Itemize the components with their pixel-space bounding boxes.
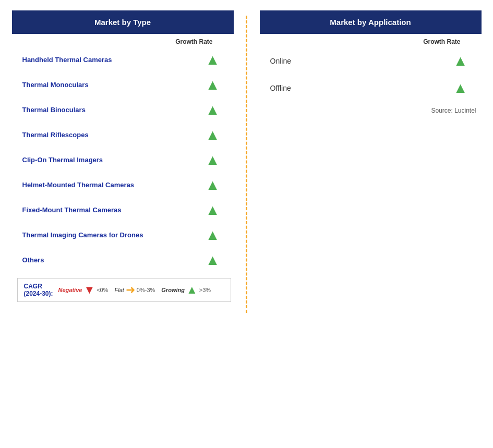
left-panel-title: Market by Type	[94, 18, 151, 27]
up-arrow-icon: ▲	[206, 253, 220, 268]
item-label: Handheld Thermal Cameras	[22, 55, 202, 65]
right-panel-title: Market by Application	[330, 18, 411, 27]
item-label: Helmet-Mounted Thermal Cameras	[22, 180, 202, 190]
list-item: Others ▲	[17, 248, 229, 273]
main-container: Market by Type Growth Rate Handheld Ther…	[12, 10, 482, 313]
item-label: Clip-On Thermal Imagers	[22, 155, 202, 165]
left-panel: Market by Type Growth Rate Handheld Ther…	[12, 10, 234, 307]
up-arrow-icon: ▲	[206, 153, 220, 167]
list-item: Thermal Binoculars ▲	[17, 98, 229, 123]
list-item: Handheld Thermal Cameras ▲	[17, 47, 229, 72]
item-label: Thermal Monoculars	[22, 80, 202, 90]
cagr-label: CAGR(2024-30):	[24, 283, 53, 297]
source-text: Source: Lucintel	[260, 102, 482, 114]
flat-range: 0%-3%	[137, 287, 155, 293]
up-arrow-icon: ▲	[186, 284, 198, 296]
list-item: Thermal Riflescopes ▲	[17, 123, 229, 148]
left-panel-header: Market by Type	[12, 10, 234, 34]
right-growth-rate-label: Growth Rate	[260, 34, 482, 47]
item-label: Online	[270, 57, 450, 65]
list-item: Online ▲	[265, 47, 476, 75]
list-item: Thermal Imaging Cameras for Drones ▲	[17, 223, 229, 248]
arrow-cell: ▲	[450, 81, 471, 95]
arrow-cell: ▲	[450, 54, 471, 68]
arrow-cell: ▲	[202, 153, 223, 167]
right-panel-header: Market by Application	[260, 10, 482, 34]
arrow-cell: ▲	[202, 53, 223, 67]
arrow-cell: ▲	[202, 203, 223, 217]
divider	[234, 10, 260, 313]
up-arrow-icon: ▲	[206, 78, 220, 92]
arrow-cell: ▲	[202, 178, 223, 192]
up-arrow-icon: ▲	[206, 178, 220, 192]
up-arrow-icon: ▲	[453, 54, 468, 68]
negative-label: Negative	[58, 287, 82, 293]
up-arrow-icon: ▲	[206, 228, 220, 243]
right-panel: Market by Application Growth Rate Online…	[260, 10, 482, 114]
growing-label: Growing	[161, 287, 185, 293]
list-item: Clip-On Thermal Imagers ▲	[17, 148, 229, 173]
item-label: Offline	[270, 84, 450, 92]
item-label: Thermal Imaging Cameras for Drones	[22, 231, 202, 240]
flat-label: Flat	[115, 287, 124, 293]
list-item: Thermal Monoculars ▲	[17, 72, 229, 98]
up-arrow-icon: ▲	[453, 81, 468, 95]
list-item: Helmet-Mounted Thermal Cameras ▲	[17, 173, 229, 198]
list-item: Offline ▲	[265, 75, 476, 102]
up-arrow-icon: ▲	[206, 103, 220, 117]
up-arrow-icon: ▲	[206, 53, 220, 67]
down-arrow-icon: ▼	[83, 284, 95, 296]
item-label: Thermal Binoculars	[22, 105, 202, 115]
flat-arrow-icon: ➜	[126, 284, 135, 296]
arrow-cell: ▲	[202, 78, 223, 92]
item-label: Thermal Riflescopes	[22, 130, 202, 140]
arrow-cell: ▲	[202, 228, 223, 243]
arrow-cell: ▲	[202, 253, 223, 268]
arrow-cell: ▲	[202, 128, 223, 142]
item-label: Others	[22, 256, 202, 265]
list-item: Fixed-Mount Thermal Cameras ▲	[17, 198, 229, 223]
left-items-list: Handheld Thermal Cameras ▲ Thermal Monoc…	[12, 47, 234, 273]
right-items-list: Online ▲ Offline ▲	[260, 47, 482, 102]
legend-flat: Flat ➜ 0%-3%	[115, 284, 155, 296]
item-label: Fixed-Mount Thermal Cameras	[22, 205, 202, 215]
legend-negative: Negative ▼ <0%	[58, 284, 109, 296]
up-arrow-icon: ▲	[206, 203, 220, 217]
growing-range: >3%	[199, 287, 211, 293]
legend-box: CAGR(2024-30): Negative ▼ <0% Flat ➜ 0%-…	[17, 278, 231, 302]
dashed-divider	[246, 16, 247, 313]
legend-growing: Growing ▲ >3%	[161, 284, 211, 296]
arrow-cell: ▲	[202, 103, 223, 117]
up-arrow-icon: ▲	[206, 128, 220, 142]
negative-range: <0%	[97, 287, 108, 293]
left-growth-rate-label: Growth Rate	[12, 34, 234, 47]
